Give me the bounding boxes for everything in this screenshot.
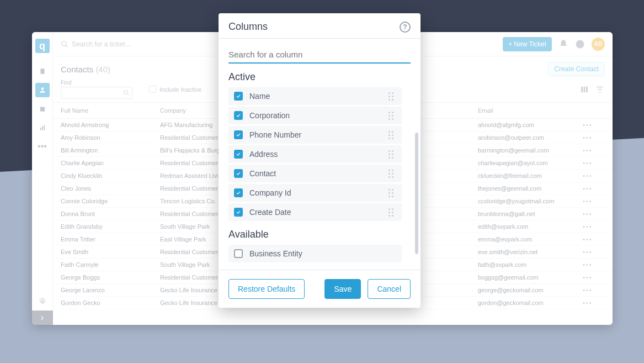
drag-handle-icon[interactable] — [388, 112, 396, 120]
svg-rect-10 — [581, 86, 583, 92]
column-label: Phone Number — [249, 130, 382, 139]
row-actions-icon[interactable]: ••• — [583, 211, 593, 217]
svg-point-9 — [124, 91, 128, 94]
cell-name: Cindy Kluecklin — [61, 172, 160, 179]
checkbox-checked-icon[interactable] — [234, 130, 243, 139]
cancel-button[interactable]: Cancel — [368, 279, 411, 299]
nav-collapse[interactable]: › — [32, 311, 53, 325]
row-actions-icon[interactable]: ••• — [583, 249, 593, 255]
row-actions-icon[interactable]: ••• — [583, 299, 593, 306]
column-item[interactable]: Address — [228, 145, 402, 163]
row-actions-icon[interactable]: ••• — [583, 160, 593, 166]
find-label: Find — [61, 80, 132, 86]
cell-email: boggsg@geemail.com — [478, 274, 583, 281]
drag-handle-icon[interactable] — [388, 208, 396, 217]
svg-point-8 — [576, 40, 584, 48]
new-ticket-button[interactable]: +New Ticket — [503, 37, 552, 51]
checkbox-checked-icon[interactable] — [234, 169, 243, 178]
svg-rect-0 — [40, 69, 44, 73]
svg-rect-11 — [584, 86, 586, 92]
column-label: Create Date — [249, 208, 382, 217]
row-actions-icon[interactable]: ••• — [583, 172, 593, 179]
app-logo[interactable]: q — [35, 39, 50, 53]
row-actions-icon[interactable]: ••• — [583, 223, 593, 230]
checkbox-checked-icon[interactable] — [234, 111, 243, 120]
column-label: Company Id — [249, 188, 382, 197]
column-item[interactable]: Corporation — [228, 107, 402, 124]
modal-help-icon[interactable]: ? — [400, 22, 411, 33]
column-item[interactable]: Phone Number — [228, 126, 402, 144]
drag-handle-icon[interactable] — [388, 150, 396, 159]
filter-icon[interactable] — [595, 85, 605, 94]
checkbox-checked-icon[interactable] — [234, 92, 243, 101]
cell-email: george@geckomail.com — [478, 287, 583, 293]
cell-name: Amy Robinson — [61, 134, 160, 141]
cell-email: barmington@geemail.com — [478, 147, 583, 154]
column-item[interactable]: Create Date — [228, 203, 402, 221]
svg-point-6 — [41, 300, 44, 302]
nav-reports[interactable] — [35, 120, 50, 135]
column-item[interactable]: Business Entity — [228, 245, 402, 262]
scrollbar[interactable] — [415, 133, 418, 254]
checkbox-checked-icon[interactable] — [234, 208, 243, 217]
nav-more[interactable]: ••• — [35, 139, 50, 154]
row-actions-icon[interactable]: ••• — [583, 287, 593, 293]
column-item[interactable]: Company Id — [228, 184, 402, 202]
column-item[interactable]: Name — [228, 87, 402, 105]
checkbox-unchecked-icon[interactable] — [234, 249, 243, 258]
columns-modal: Columns ? Active NameCorporationPhone Nu… — [219, 13, 421, 308]
help-icon[interactable] — [575, 39, 585, 49]
col-header-email[interactable]: Email — [478, 107, 583, 114]
drag-handle-icon[interactable] — [388, 131, 396, 139]
svg-point-1 — [41, 87, 44, 90]
drag-handle-icon[interactable] — [388, 170, 396, 178]
row-actions-icon[interactable]: ••• — [583, 122, 593, 128]
include-inactive-checkbox[interactable]: Include Inactive — [149, 86, 201, 93]
drag-handle-icon[interactable] — [388, 92, 396, 101]
cell-name: George Larenzo — [61, 287, 160, 293]
search-placeholder: Search for a ticket... — [72, 40, 131, 48]
restore-defaults-button[interactable]: Restore Defaults — [228, 279, 305, 299]
modal-title: Columns — [228, 21, 268, 33]
cell-email: ahnold@afgmfg.com — [478, 122, 583, 128]
svg-rect-3 — [40, 128, 41, 130]
row-actions-icon[interactable]: ••• — [583, 185, 593, 192]
columns-icon[interactable] — [579, 85, 589, 94]
checkbox-checked-icon[interactable] — [234, 150, 243, 159]
drag-handle-icon[interactable] — [388, 189, 396, 197]
cell-name: Gordon Gecko — [61, 299, 160, 306]
cell-email: edith@svpark.com — [478, 223, 583, 230]
svg-rect-12 — [586, 86, 588, 92]
cell-email: thejones@geemail.com — [478, 185, 583, 192]
row-actions-icon[interactable]: ••• — [583, 134, 593, 141]
create-contact-button[interactable]: Create Contact — [548, 62, 605, 76]
cell-name: Cleo Jones — [61, 185, 160, 192]
bell-icon[interactable] — [558, 39, 568, 49]
nav-contacts[interactable] — [35, 83, 50, 97]
column-label: Contact — [249, 169, 382, 178]
row-actions-icon[interactable]: ••• — [583, 261, 593, 268]
nav-companies[interactable] — [35, 102, 50, 116]
row-actions-icon[interactable]: ••• — [583, 274, 593, 281]
find-input[interactable] — [61, 87, 132, 99]
column-search-input[interactable] — [228, 48, 411, 64]
cell-email: charlieapegian@ayol.com — [478, 160, 583, 166]
cell-name: Connie Coloridge — [61, 198, 160, 204]
row-actions-icon[interactable]: ••• — [583, 147, 593, 154]
svg-rect-2 — [40, 107, 44, 112]
cell-name: Edith Grandsby — [61, 223, 160, 230]
avatar[interactable]: AD — [592, 38, 605, 51]
row-actions-icon[interactable]: ••• — [583, 236, 593, 243]
nav-clipboard[interactable] — [35, 64, 50, 78]
save-button[interactable]: Save — [324, 279, 361, 299]
row-actions-icon[interactable]: ••• — [583, 198, 593, 204]
cell-email: arobinson@outpeer.com — [478, 134, 583, 141]
column-label: Name — [249, 92, 382, 101]
nav-settings[interactable] — [35, 294, 50, 308]
column-item[interactable]: Contact — [228, 165, 402, 182]
cell-email: bruntdonna@gatt.net — [478, 211, 583, 217]
svg-rect-4 — [42, 127, 43, 130]
col-header-name[interactable]: Full Name — [61, 107, 160, 114]
column-label: Corporation — [249, 111, 382, 120]
checkbox-checked-icon[interactable] — [234, 188, 243, 197]
